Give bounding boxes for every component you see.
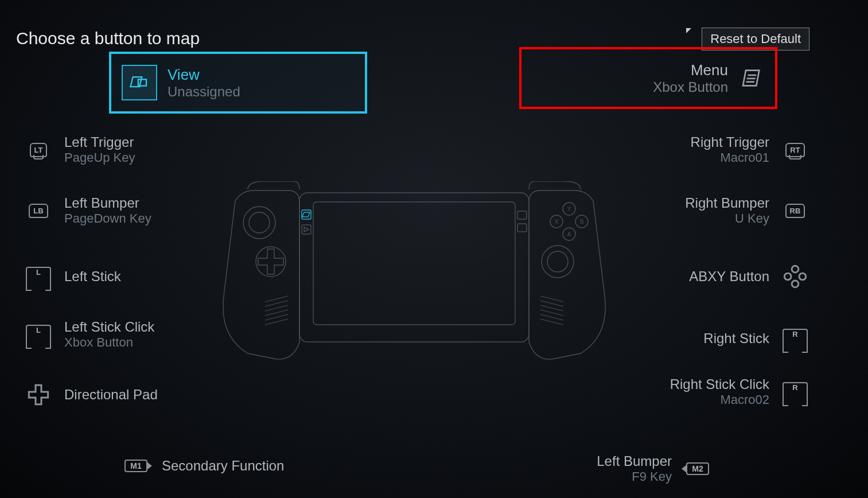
svg-rect-25	[517, 211, 527, 219]
svg-point-4	[792, 266, 799, 273]
svg-line-34	[540, 301, 563, 306]
m2-label: Left Bumper	[597, 453, 672, 469]
svg-line-38	[540, 319, 563, 325]
svg-text:X: X	[555, 219, 559, 225]
lt-icon: LT	[24, 137, 53, 162]
m1-label: Secondary Function	[162, 458, 284, 474]
device-illustration: Y A X B	[213, 181, 615, 365]
svg-point-7	[799, 273, 806, 280]
svg-point-10	[243, 207, 275, 239]
lb-icon: LB	[24, 198, 53, 223]
svg-text:Y: Y	[567, 206, 571, 212]
map-item-view[interactable]: View Unassigned	[109, 52, 367, 114]
svg-rect-9	[313, 202, 515, 325]
menu-name: Menu	[653, 61, 728, 79]
svg-point-11	[249, 212, 270, 233]
dpad-label: Directional Pad	[64, 387, 158, 403]
rsc-sub: Macro02	[670, 392, 769, 407]
svg-rect-24	[302, 225, 311, 234]
svg-text:B: B	[580, 219, 584, 225]
lb-sub: PageDown Key	[64, 211, 151, 226]
view-icon	[122, 65, 157, 100]
lsc-label: Left Stick Click	[64, 319, 154, 335]
svg-point-14	[547, 251, 568, 272]
svg-line-30	[265, 310, 288, 316]
map-item-left-stick[interactable]: L Left Stick	[24, 264, 121, 289]
lt-label: Left Trigger	[64, 134, 135, 150]
dpad-icon	[24, 382, 53, 407]
lb-label: Left Bumper	[64, 195, 151, 211]
rb-sub: U Key	[685, 211, 769, 226]
rt-icon: RT	[781, 137, 809, 162]
abxy-icon	[781, 264, 809, 289]
map-item-left-stick-click[interactable]: L Left Stick Click Xbox Button	[24, 319, 154, 350]
svg-point-12	[256, 247, 286, 277]
rsc-icon: R	[781, 379, 809, 404]
map-item-left-trigger[interactable]: LT Left Trigger PageUp Key	[24, 134, 135, 165]
map-item-m2[interactable]: M2 Left Bumper F9 Key	[597, 453, 712, 484]
map-item-left-bumper[interactable]: LB Left Bumper PageDown Key	[24, 195, 151, 226]
svg-rect-8	[299, 193, 529, 342]
map-item-menu[interactable]: Menu Xbox Button	[519, 47, 777, 109]
svg-line-35	[540, 305, 563, 311]
menu-assignment: Xbox Button	[653, 79, 728, 95]
map-item-secondary-function[interactable]: M1 Secondary Function	[122, 453, 284, 478]
map-item-right-trigger[interactable]: RT Right Trigger Macro01	[691, 134, 809, 165]
svg-point-6	[784, 273, 791, 280]
menu-icon	[738, 65, 765, 91]
m1-icon: M1	[122, 453, 150, 478]
map-item-right-stick[interactable]: R Right Stick	[703, 326, 809, 351]
lsc-sub: Xbox Button	[64, 335, 154, 350]
rt-sub: Macro01	[691, 150, 769, 165]
rt-label: Right Trigger	[691, 134, 769, 150]
ls-icon: L	[24, 264, 53, 289]
svg-line-36	[540, 310, 563, 316]
m2-icon: M2	[683, 456, 712, 481]
map-item-abxy[interactable]: ABXY Button	[689, 264, 809, 289]
svg-line-32	[265, 319, 288, 325]
svg-rect-26	[517, 224, 527, 232]
svg-line-28	[265, 301, 288, 306]
page-title: Choose a button to map	[16, 29, 200, 48]
m2-sub: F9 Key	[597, 469, 672, 484]
svg-point-13	[542, 246, 574, 278]
svg-line-33	[540, 296, 563, 302]
svg-line-37	[540, 314, 563, 320]
lt-sub: PageUp Key	[64, 150, 135, 165]
map-item-directional-pad[interactable]: Directional Pad	[24, 382, 158, 407]
reset-label: Reset to Default	[710, 32, 801, 46]
lsc-icon: L	[24, 322, 53, 347]
rb-icon: RB	[781, 198, 809, 223]
view-assignment: Unassigned	[168, 84, 240, 100]
rsc-label: Right Stick Click	[670, 376, 769, 392]
map-item-right-bumper[interactable]: RB Right Bumper U Key	[685, 195, 809, 226]
map-item-right-stick-click[interactable]: R Right Stick Click Macro02	[670, 376, 809, 407]
rs-label: Right Stick	[703, 330, 769, 347]
reset-corner-decoration	[686, 28, 691, 33]
svg-point-5	[792, 281, 799, 287]
rb-label: Right Bumper	[685, 195, 769, 211]
svg-line-31	[265, 314, 288, 320]
svg-line-29	[265, 305, 288, 311]
svg-text:A: A	[567, 231, 571, 238]
abxy-label: ABXY Button	[689, 269, 769, 285]
rs-icon: R	[781, 326, 809, 351]
svg-line-27	[265, 296, 288, 302]
ls-label: Left Stick	[64, 269, 121, 285]
view-name: View	[168, 66, 240, 84]
